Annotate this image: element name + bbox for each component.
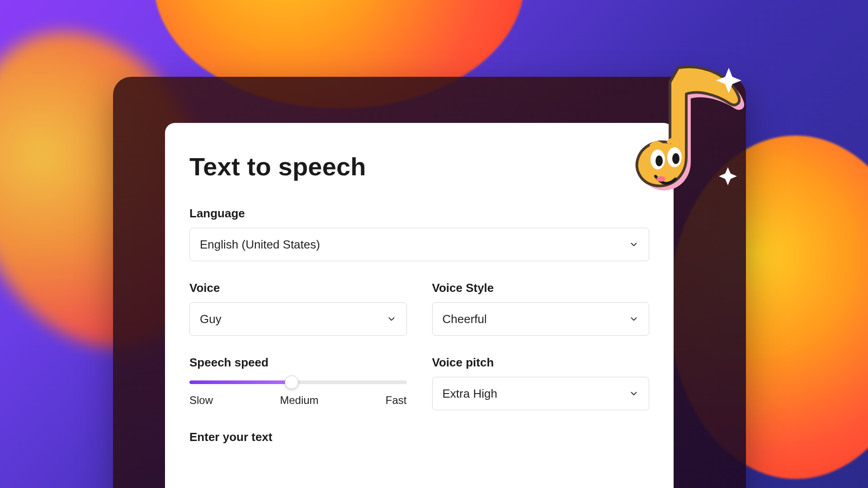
language-value: English (United States) [200, 238, 320, 252]
voice-value: Guy [200, 312, 222, 326]
speed-slider-fill [189, 380, 292, 384]
text-field: Enter your text [189, 430, 649, 444]
voice-style-label: Voice Style [432, 281, 650, 295]
chevron-down-icon [629, 314, 639, 324]
speed-slider[interactable] [189, 380, 407, 384]
speed-slider-thumb[interactable] [285, 375, 298, 389]
chevron-down-icon [629, 389, 639, 399]
voice-label: Voice [189, 281, 407, 295]
pitch-field: Voice pitch Extra High [432, 356, 650, 410]
chevron-down-icon [629, 239, 639, 249]
speed-min-label: Slow [189, 394, 213, 407]
voice-select[interactable]: Guy [189, 302, 407, 336]
language-select[interactable]: English (United States) [189, 228, 649, 261]
speed-field: Speech speed Slow Medium Fast [189, 356, 407, 407]
voice-style-select[interactable]: Cheerful [432, 302, 650, 336]
voice-style-field: Voice Style Cheerful [432, 281, 650, 336]
background: Text to speech Language English (United … [0, 0, 868, 488]
speed-label: Speech speed [189, 356, 407, 370]
page-title: Text to speech [189, 152, 649, 181]
text-label: Enter your text [189, 430, 649, 444]
pitch-select[interactable]: Extra High [432, 377, 650, 410]
speed-tick-labels: Slow Medium Fast [189, 394, 407, 407]
speed-max-label: Fast [386, 394, 407, 407]
tts-card: Text to speech Language English (United … [165, 123, 674, 488]
language-field: Language English (United States) [189, 206, 649, 261]
pitch-value: Extra High [443, 387, 497, 401]
speed-mid-label: Medium [280, 394, 318, 407]
chevron-down-icon [387, 314, 396, 324]
pitch-label: Voice pitch [432, 356, 650, 370]
voice-field: Voice Guy [189, 281, 407, 336]
voice-style-value: Cheerful [443, 312, 487, 326]
language-label: Language [189, 206, 649, 221]
